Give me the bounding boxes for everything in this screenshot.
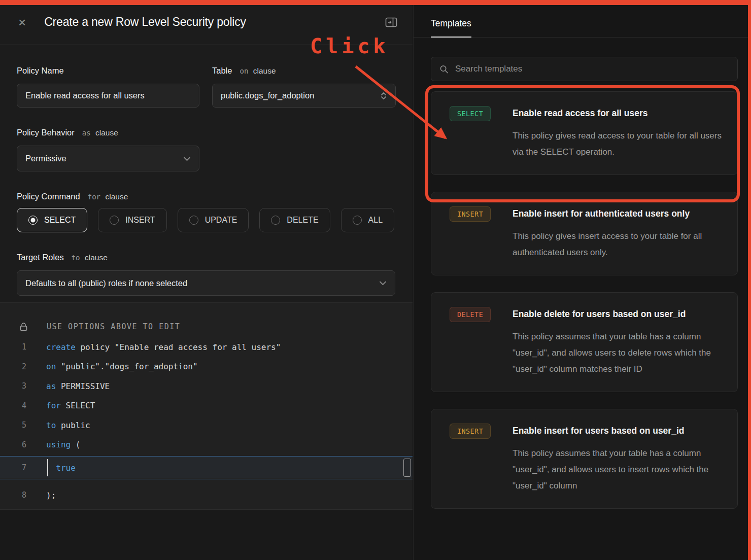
text-cursor-icon [47,459,48,476]
table-select-value: public.dogs_for_adoption [221,91,314,100]
template-search-input[interactable] [455,64,729,74]
table-label: Table [212,66,232,76]
behavior-select-value: Permissive [25,154,66,163]
dialog-title: Create a new Row Level Security policy [44,15,246,29]
target-roles-label: Target Roles [17,253,64,262]
template-cards: SELECT Enable read access for all users … [431,91,738,509]
command-option-label: ALL [368,216,383,225]
target-roles-field: Target Roles to clause Defaults to all (… [17,253,396,296]
rls-policy-screen: × Create a new Row Level Security policy… [0,0,751,560]
command-option-label: DELETE [287,216,318,225]
template-card-title: Enable delete for users based on user_id [513,306,723,322]
command-badge: INSERT [450,206,491,222]
templates-panel: Templates SELECT Enable read access for … [413,0,751,560]
template-card-title: Enable read access for all users [513,105,723,121]
line-number: 7 [0,463,26,472]
line-number: 3 [0,381,26,391]
command-radio-option[interactable]: INSERT [98,208,166,232]
code-text: as PERMISSIVE [26,381,110,391]
command-label: Policy Command [17,192,80,201]
template-card[interactable]: INSERT Enable insert for users based on … [431,409,738,509]
close-icon[interactable]: × [18,16,26,29]
dialog-footer-area [0,509,413,560]
target-roles-select[interactable]: Defaults to all (public) roles if none s… [17,270,395,296]
line-number: 6 [0,440,26,449]
command-radio-option[interactable]: ALL [341,208,394,232]
code-text: true [26,463,76,473]
code-line[interactable]: 2 on "public"."dogs_for_adoption" [0,357,413,377]
policy-name-field: Policy Name [17,66,199,108]
policy-form: Policy Name Table on clause [0,45,413,296]
lock-icon [19,322,28,331]
sql-editor[interactable]: USE OPTIONS ABOVE TO EDIT 1 create polic… [0,302,413,509]
template-card-title: Enable insert for authenticated users on… [513,205,723,222]
code-line[interactable]: 1 create policy "Enable read access for … [0,337,413,357]
code-line[interactable]: 7 true [0,456,413,479]
code-line[interactable]: 6 using ( [0,435,413,455]
command-field: Policy Command for clause SELECT INSERT … [17,192,396,232]
command-radio-option[interactable]: DELETE [259,208,330,232]
expand-panel-icon[interactable] [385,17,397,27]
code-text: on "public"."dogs_for_adoption" [26,362,198,371]
target-roles-select-value: Defaults to all (public) roles if none s… [25,278,187,288]
template-card-description: This policy gives read access to your ta… [513,128,723,160]
command-radio-option[interactable]: UPDATE [178,208,249,232]
template-search[interactable] [431,57,738,81]
code-text: ); [26,491,56,500]
radio-icon [189,216,198,225]
template-card-title: Enable insert for users based on user_id [513,423,723,439]
code-text: to public [26,421,90,430]
selector-chevrons-icon [380,92,387,100]
line-number: 5 [0,421,26,430]
command-badge: INSERT [450,424,491,439]
template-card[interactable]: INSERT Enable insert for authenticated u… [431,192,738,275]
code-line[interactable]: 8 ); [0,485,413,505]
annotation-frame-right [748,0,751,560]
tab-templates[interactable]: Templates [431,18,471,38]
command-badge: SELECT [450,106,491,121]
template-card[interactable]: SELECT Enable read access for all users … [431,91,738,175]
command-badge: DELETE [450,307,491,322]
code-text: create policy "Enable read access for al… [26,342,281,352]
create-policy-dialog: × Create a new Row Level Security policy… [0,0,413,560]
table-select[interactable]: public.dogs_for_adoption [212,84,396,108]
target-roles-clause: to clause [72,253,108,262]
radio-icon [110,216,119,225]
behavior-select[interactable]: Permissive [17,146,199,171]
code-text: for SELECT [26,401,95,410]
radio-icon [353,216,362,225]
template-card-description: This policy assumes that your table has … [513,329,723,377]
command-option-label: INSERT [125,216,155,225]
editor-readonly-notice: USE OPTIONS ABOVE TO EDIT [47,322,180,331]
template-card-description: This policy assumes that your table has … [513,445,723,494]
policy-name-label: Policy Name [17,66,64,76]
annotation-frame-top [0,0,751,5]
code-line[interactable]: 5 to public [0,415,413,435]
chevron-down-icon [183,156,191,161]
behavior-field: Policy Behavior as clause Permissive [17,128,396,171]
search-icon [439,64,449,74]
radio-icon [28,216,38,225]
command-option-label: SELECT [44,216,76,225]
policy-name-input-wrap [17,84,199,108]
behavior-clause: as clause [82,128,118,137]
table-field: Table on clause public.dogs_for_adoption [212,66,396,108]
templates-header: Templates [414,0,751,38]
template-card[interactable]: DELETE Enable delete for users based on … [431,292,738,392]
code-text: using ( [26,440,80,449]
code-line[interactable]: 3 as PERMISSIVE [0,376,413,396]
line-number: 1 [0,342,26,352]
line-number: 4 [0,401,26,410]
line-number: 8 [0,491,26,500]
policy-name-input[interactable] [25,91,191,100]
command-radio-option[interactable]: SELECT [17,208,87,232]
behavior-label: Policy Behavior [17,128,75,137]
code-line[interactable]: 4 for SELECT [0,396,413,416]
line-number: 2 [0,362,26,371]
dialog-header: × Create a new Row Level Security policy [0,0,413,45]
template-card-description: This policy gives insert access to your … [513,228,723,261]
code-lines: 1 create policy "Enable read access for … [0,337,413,505]
scrollbar-thumb[interactable] [403,459,411,477]
command-clause: for clause [88,192,128,201]
command-option-label: UPDATE [205,216,237,225]
